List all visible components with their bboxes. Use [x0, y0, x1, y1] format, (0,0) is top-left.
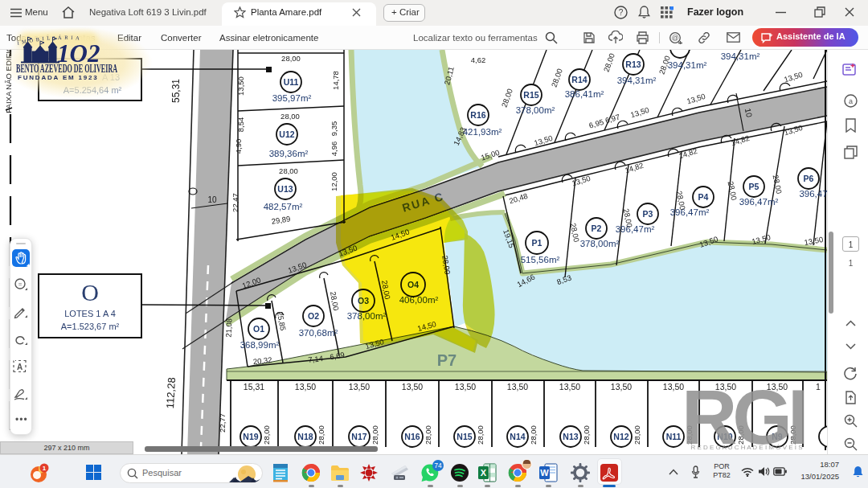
svg-text:4,96: 4,96 — [330, 141, 338, 157]
svg-text:7,14: 7,14 — [308, 354, 324, 364]
svg-text:28,00: 28,00 — [371, 425, 379, 445]
svg-text:N13: N13 — [563, 432, 578, 441]
svg-text:P3: P3 — [643, 209, 653, 219]
svg-text:396,47m²: 396,47m² — [739, 197, 779, 207]
svg-text:X: X — [481, 468, 487, 478]
svg-text:28,00: 28,00 — [529, 425, 538, 445]
svg-text:P1: P1 — [532, 238, 542, 248]
svg-text:378,00m²: 378,00m² — [580, 239, 620, 248]
svg-text:368,99m²: 368,99m² — [240, 340, 280, 350]
svg-text:R15: R15 — [523, 90, 538, 100]
svg-text:396,47m²: 396,47m² — [670, 207, 710, 217]
svg-text:O1: O1 — [253, 324, 264, 334]
svg-text:21,08: 21,08 — [223, 318, 233, 338]
svg-text:13,50: 13,50 — [402, 382, 423, 392]
svg-text:12,00: 12,00 — [330, 172, 338, 191]
svg-text:13,50: 13,50 — [349, 382, 370, 392]
svg-text:P2: P2 — [592, 223, 602, 233]
svg-text:U13: U13 — [277, 184, 293, 194]
svg-text:R14: R14 — [571, 75, 587, 84]
svg-text:28,00: 28,00 — [476, 425, 485, 445]
svg-text:P4: P4 — [698, 192, 709, 202]
svg-text:N11: N11 — [666, 432, 682, 441]
svg-text:28,00: 28,00 — [281, 54, 301, 63]
svg-text:28,00: 28,00 — [633, 425, 641, 445]
svg-text:N16: N16 — [404, 432, 420, 441]
svg-text:P7: P7 — [437, 351, 457, 369]
svg-text:13,50: 13,50 — [507, 382, 528, 392]
svg-text:P6: P6 — [804, 174, 814, 183]
svg-text:1: 1 — [43, 465, 47, 472]
svg-text:P5: P5 — [749, 182, 760, 191]
svg-text:28,00: 28,00 — [280, 112, 300, 121]
svg-text:389,36m²: 389,36m² — [269, 149, 309, 158]
svg-text:394,31m²: 394,31m² — [668, 60, 707, 70]
svg-text:13,50: 13,50 — [236, 76, 245, 96]
svg-text:N12: N12 — [613, 432, 628, 441]
svg-text:28,00: 28,00 — [582, 425, 591, 445]
svg-text:A=1.523,67 m²: A=1.523,67 m² — [61, 322, 120, 331]
svg-text:10: 10 — [207, 195, 217, 204]
svg-text:22,47: 22,47 — [231, 193, 240, 212]
svg-text:394,31m²: 394,31m² — [617, 76, 657, 85]
svg-text:378,00m²: 378,00m² — [516, 105, 555, 115]
svg-text:?: ? — [619, 8, 624, 17]
svg-text:R13: R13 — [625, 59, 641, 69]
svg-text:@: @ — [672, 34, 679, 42]
svg-text:394,31m²: 394,31m² — [721, 51, 760, 61]
svg-text:O: O — [81, 279, 99, 306]
svg-text:28,00: 28,00 — [262, 425, 271, 445]
svg-text:R E D E G A Ú C H A D E: R E D E G A Ú C H A D E I M Ó V E I S — [690, 444, 802, 451]
svg-text:1: 1 — [816, 382, 821, 392]
svg-text:R16: R16 — [470, 110, 485, 120]
svg-text:28,00: 28,00 — [279, 166, 298, 175]
svg-text:28,00: 28,00 — [424, 425, 432, 445]
svg-text:14,78: 14,78 — [331, 71, 340, 90]
svg-text:395,97m²: 395,97m² — [272, 93, 312, 103]
svg-text:13,50: 13,50 — [455, 382, 476, 392]
svg-text:N18: N18 — [297, 432, 313, 441]
svg-text:N19: N19 — [243, 432, 258, 441]
svg-text:28,00: 28,00 — [317, 425, 326, 445]
svg-text:a: a — [849, 97, 853, 105]
svg-text:A: A — [17, 363, 23, 371]
svg-text:4,90: 4,90 — [234, 139, 243, 154]
svg-text:9,35: 9,35 — [330, 121, 338, 137]
svg-text:8,54: 8,54 — [236, 117, 245, 133]
svg-text:13,50: 13,50 — [295, 382, 316, 392]
svg-text:22,77: 22,77 — [218, 413, 227, 433]
svg-text:482,57m²: 482,57m² — [264, 202, 303, 211]
svg-text:370,68m²: 370,68m² — [299, 328, 338, 338]
svg-text:RGI: RGI — [682, 374, 805, 454]
svg-text:421,93m²: 421,93m² — [463, 127, 502, 137]
svg-text:U11: U11 — [284, 77, 299, 87]
svg-text:515,56m²: 515,56m² — [521, 255, 560, 265]
svg-text:LOTES 1 A 4: LOTES 1 A 4 — [64, 309, 116, 318]
svg-text:N15: N15 — [457, 432, 472, 441]
svg-text:N14: N14 — [510, 432, 525, 441]
svg-text:W: W — [540, 468, 549, 478]
svg-text:15,31: 15,31 — [244, 382, 264, 392]
svg-text:O2: O2 — [308, 311, 319, 321]
svg-text:396,47m²: 396,47m² — [616, 224, 655, 234]
svg-text:=: = — [18, 281, 23, 288]
svg-text:U12: U12 — [279, 129, 294, 139]
svg-text:N17: N17 — [351, 432, 366, 441]
svg-text:112,28: 112,28 — [164, 377, 178, 409]
svg-text:13,50: 13,50 — [611, 382, 632, 392]
svg-text:396,47: 396,47 — [799, 189, 827, 199]
svg-text:386,41m²: 386,41m² — [565, 89, 604, 99]
svg-text:13,50: 13,50 — [559, 382, 580, 392]
svg-text:4,62: 4,62 — [471, 55, 486, 64]
